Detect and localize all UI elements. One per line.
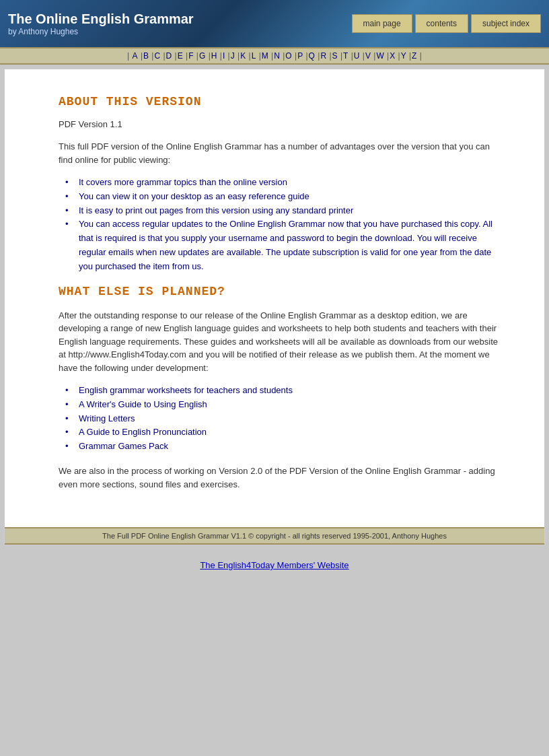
alpha-link-z[interactable]: Z [412, 51, 416, 61]
section1-intro: This full PDF version of the Online Engl… [59, 140, 504, 166]
version-text: PDF Version 1.1 [59, 119, 504, 129]
alpha-link-r[interactable]: R [320, 51, 326, 61]
list-item: English grammar worksheets for teachers … [72, 384, 504, 398]
alpha-link-g[interactable]: G [199, 51, 205, 61]
site-title: The Online English Grammar [8, 11, 194, 27]
list-item: Grammar Games Pack [72, 440, 504, 454]
what-else-heading: WHAT ELSE IS PLANNED? [59, 285, 504, 298]
copyright-text: The Full PDF Online English Grammar V1.1… [102, 532, 447, 540]
main-page-button[interactable]: main page [352, 14, 412, 33]
alpha-link-y[interactable]: Y [401, 51, 406, 61]
alpha-link-a[interactable]: A [133, 51, 138, 61]
section2-intro: After the outstanding response to our re… [59, 309, 504, 375]
alpha-link-d[interactable]: D [166, 51, 172, 61]
alpha-link-v[interactable]: V [365, 51, 371, 61]
site-title-block: The Online English Grammar by Anthony Hu… [8, 11, 194, 36]
list-item: It is easy to print out pages from this … [72, 204, 504, 218]
contents-button[interactable]: contents [415, 14, 468, 33]
header-navigation: main page contents subject index [352, 14, 541, 33]
footer-bar: The Full PDF Online English Grammar V1.1… [5, 527, 544, 545]
list-item: You can view it on your desktop as an ea… [72, 190, 504, 204]
alpha-link-b[interactable]: B [143, 51, 149, 61]
main-content-wrapper: ABOUT THIS VERSION PDF Version 1.1 This … [4, 69, 545, 545]
alpha-link-k[interactable]: K [240, 51, 246, 61]
alpha-navigation-bar: | A |B |C |D |E |F |G |H |I |J |K |L |M … [0, 47, 549, 65]
list-item: It covers more grammar topics than the o… [72, 176, 504, 190]
list-item: Writing Letters [72, 412, 504, 426]
list-item: A Writer's Guide to Using English [72, 398, 504, 412]
alpha-link-i[interactable]: I [223, 51, 225, 61]
alpha-link-h[interactable]: H [211, 51, 217, 61]
alpha-link-c[interactable]: C [154, 51, 160, 61]
alpha-link-e[interactable]: E [178, 51, 183, 61]
alpha-link-f[interactable]: F [188, 51, 193, 61]
alpha-link-l[interactable]: L [252, 51, 256, 61]
site-subtitle: by Anthony Hughes [8, 27, 194, 36]
subject-index-button[interactable]: subject index [471, 14, 541, 33]
alpha-link-t[interactable]: T [343, 51, 348, 61]
bottom-link-area: The English4Today Members' Website [0, 549, 549, 581]
alpha-link-s[interactable]: S [332, 51, 338, 61]
alpha-link-q[interactable]: Q [309, 51, 315, 61]
main-content: ABOUT THIS VERSION PDF Version 1.1 This … [5, 69, 544, 520]
alpha-link-u[interactable]: U [354, 51, 360, 61]
page-header: The Online English Grammar by Anthony Hu… [0, 0, 549, 47]
list-item: A Guide to English Pronunciation [72, 425, 504, 440]
alpha-link-p[interactable]: P [297, 51, 303, 61]
alpha-link-x[interactable]: X [390, 51, 395, 61]
alpha-link-m[interactable]: M [262, 51, 268, 61]
section1-bullet-list: It covers more grammar topics than the o… [72, 176, 504, 274]
alpha-link-j[interactable]: J [231, 51, 235, 61]
section2-closing: We are also in the process of working on… [59, 465, 504, 491]
list-item: You can access regular updates to the On… [72, 217, 504, 273]
alpha-link-n[interactable]: N [274, 51, 280, 61]
alpha-bar-separator: | [127, 51, 131, 61]
alpha-link-w[interactable]: W [376, 51, 383, 61]
section2-bullet-list: English grammar worksheets for teachers … [72, 384, 504, 454]
alpha-link-o[interactable]: O [285, 51, 291, 61]
members-website-link[interactable]: The English4Today Members' Website [200, 560, 349, 570]
about-version-heading: ABOUT THIS VERSION [59, 95, 504, 108]
